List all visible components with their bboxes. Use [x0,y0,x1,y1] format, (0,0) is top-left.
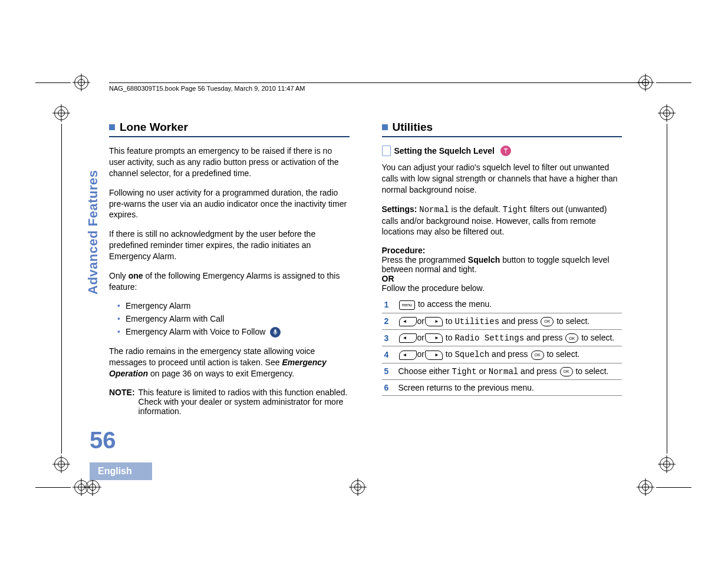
page-content: Lone Worker This feature prompts an emer… [109,121,622,416]
subheading-squelch: Setting the Squelch Level [382,146,622,156]
step-number: 1 [382,296,396,313]
list-item: Emergency Alarm [126,301,350,310]
paragraph: Settings: Normal is the default. Tight f… [382,204,622,238]
left-arrow-key-icon [399,317,417,326]
crop-mark-bottom-right [638,480,691,494]
ok-key-icon: OK [541,317,554,326]
document-icon [382,146,391,156]
step-row: 6 Screen returns to the previous menu. [382,379,622,395]
note-label: NOTE: [109,388,135,416]
square-bullet-icon [109,124,115,130]
crop-mark-right-lower [660,283,674,471]
list-item: Emergency Alarm with Voice to Follow [126,327,350,338]
paragraph: If there is still no acknowledgment by t… [109,229,350,262]
paragraph: Following no user activity for a program… [109,187,350,221]
paragraph: You can adjust your radio's squelch leve… [382,162,622,196]
crop-mark-bottom-center [351,480,365,494]
procedure-block: Procedure: Press the programmed Squelch … [382,246,622,293]
note-block: NOTE: This feature is limited to radios … [109,388,350,416]
right-arrow-key-icon [425,351,443,360]
right-column: Utilities Setting the Squelch Level You … [382,121,622,416]
step-row: 2 or to Utilities and press OK to select… [382,313,622,329]
crop-mark-left-upper [54,106,68,283]
step-number: 6 [382,379,396,395]
side-section-label: Advanced Features [85,170,101,295]
note-text: This feature is limited to radios with t… [139,388,350,416]
left-arrow-key-icon [399,333,417,343]
ok-key-icon: OK [531,351,544,360]
paragraph: The radio remains in the emergency state… [109,346,350,379]
crop-mark-bottom-left [35,480,88,494]
square-bullet-icon [382,124,388,130]
step-row: 1 menu to access the menu. [382,296,622,313]
step-number: 2 [382,313,396,329]
heading-text: Utilities [393,121,433,134]
paragraph: Only one of the following Emergency Alar… [109,270,350,293]
step-row: 4 or to Squelch and press OK to select. [382,346,622,363]
step-row: 3 or to Radio Settings and press OK to s… [382,329,622,346]
alarm-list: Emergency Alarm Emergency Alarm with Cal… [126,301,350,338]
antenna-icon [500,146,511,156]
step-number: 4 [382,346,396,363]
left-arrow-key-icon [399,351,417,360]
crop-mark-right-upper [660,106,674,283]
crop-mark-top-left [35,75,88,90]
crop-mark-left-lower [54,283,68,471]
left-column: Lone Worker This feature prompts an emer… [109,121,350,416]
heading-lone-worker: Lone Worker [109,121,350,137]
language-tab: English [90,462,152,480]
ok-key-icon: OK [565,333,578,343]
step-number: 5 [382,363,396,379]
list-item: Emergency Alarm with Call [126,314,350,323]
procedure-steps: 1 menu to access the menu. 2 or to Utili… [382,296,622,395]
page-number: 56 [90,427,116,454]
heading-text: Lone Worker [120,121,188,134]
heading-utilities: Utilities [382,121,622,137]
paragraph: This feature prompts an emergency to be … [109,146,350,179]
menu-key-icon: menu [399,300,416,310]
mic-icon [270,327,281,338]
step-number: 3 [382,329,396,346]
right-arrow-key-icon [425,317,443,326]
ok-key-icon: OK [560,367,573,376]
step-row: 5 Choose either Tight or Normal and pres… [382,363,622,379]
right-arrow-key-icon [425,333,443,343]
running-header: NAG_6880309T15.book Page 56 Tuesday, Mar… [109,82,648,92]
crop-mark-bottom-left-2 [85,480,100,494]
svg-rect-0 [275,329,276,333]
